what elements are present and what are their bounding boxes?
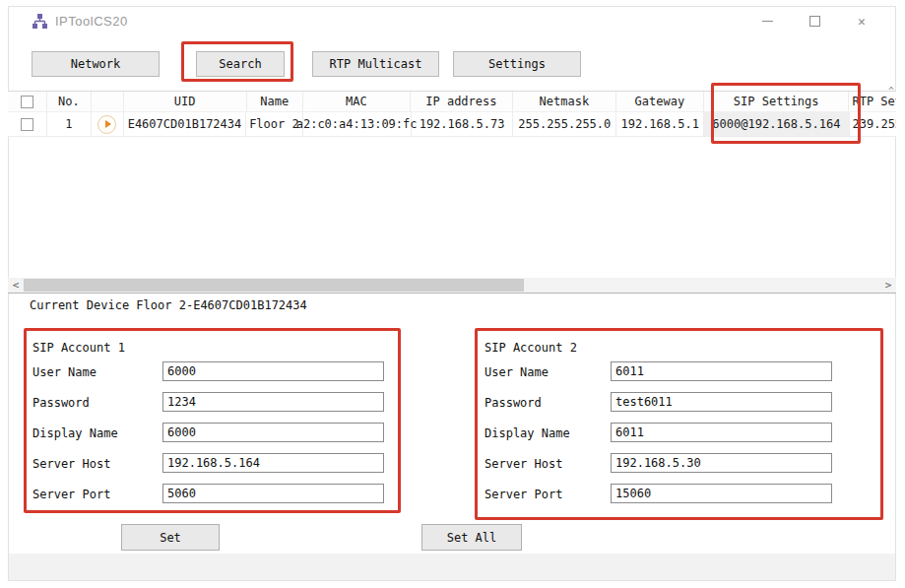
header-no: No. [47,92,93,111]
set-button[interactable]: Set [121,524,220,551]
rtp-multicast-button[interactable]: RTP Multicast [312,51,439,77]
maximize-icon [809,16,820,27]
cell-no: 1 [47,112,92,136]
cell-play [92,112,124,136]
header-ip-address: IP address [411,92,513,111]
play-icon [105,120,111,128]
acc1-server-host-input[interactable] [162,453,384,473]
header-checkbox-cell [8,92,47,111]
acc1-server-host-label: Server Host [32,457,110,471]
table-row[interactable]: 1 E4607CD01B172434 Floor 2 a2:c0:a4:13:0… [8,112,896,137]
acc2-display-name-label: Display Name [485,426,570,440]
cell-uid: E4607CD01B172434 [124,112,247,136]
header-netmask: Netmask [513,92,616,111]
acc2-server-host-label: Server Host [485,457,562,471]
play-button[interactable] [97,115,116,134]
cell-gateway: 192.168.5.1 [616,112,704,136]
acc1-server-port-label: Server Port [32,488,110,501]
header-sip-settings: SIP Settings [704,92,850,111]
header-play [92,92,124,111]
acc2-server-host-input[interactable] [611,453,832,473]
select-all-checkbox[interactable] [21,96,33,108]
acc2-password-label: Password [485,396,542,410]
acc2-user-name-input[interactable] [611,361,832,381]
header-uid: UID [124,92,247,111]
acc1-user-name-label: User Name [32,365,97,379]
row-checkbox-cell [8,112,47,136]
header-mac: MAC [303,92,411,111]
cell-sip-settings: 6000@192.168.5.164 [704,112,849,136]
scrollbar-thumb[interactable] [24,279,524,292]
acc2-user-name-label: User Name [485,365,549,379]
table-header-row: No. UID Name MAC IP address Netmask Gate… [8,92,896,112]
cell-ip-address: 192.168.5.73 [412,112,514,136]
app-logo-icon [32,13,47,29]
cell-netmask: 255.255.255.0 [513,112,616,136]
network-button[interactable]: Network [32,51,160,77]
status-strip [9,554,895,580]
acc2-display-name-input[interactable] [611,423,832,442]
scroll-right-icon[interactable]: > [880,278,896,293]
cell-name: Floor 2 [246,112,302,136]
acc1-display-name-input[interactable] [162,423,384,442]
cell-rtp-settings: 239.255.0. [850,112,896,136]
current-device-label: Current Device Floor 2-E4607CD01B172434 [30,298,307,312]
header-gateway: Gateway [616,92,704,111]
sip-account-1-title: SIP Account 1 [32,341,125,355]
maximize-button[interactable] [808,14,821,28]
acc1-password-label: Password [32,396,90,410]
acc2-server-port-label: Server Port [485,488,562,501]
window-title: IPToolCS20 [55,14,128,29]
app-window: IPToolCS20 ✕ Network Search RTP Multicas… [0,0,905,588]
minimize-button[interactable] [760,14,774,28]
search-button[interactable]: Search [196,51,285,77]
acc2-server-port-input[interactable] [611,484,832,503]
set-all-button[interactable]: Set All [421,524,522,551]
header-name: Name [247,92,303,111]
acc1-password-input[interactable] [162,392,384,412]
window-controls: ✕ [760,6,869,35]
acc1-display-name-label: Display Name [32,426,118,440]
close-button[interactable]: ✕ [855,14,869,28]
title-bar: IPToolCS20 ✕ [8,6,896,35]
row-checkbox[interactable] [21,118,33,131]
scroll-left-icon[interactable]: < [8,278,24,293]
settings-button[interactable]: Settings [453,51,581,77]
scroll-up-icon[interactable]: ^ [883,85,899,97]
acc1-server-port-input[interactable] [162,484,384,503]
acc1-user-name-input[interactable] [162,361,384,381]
cell-mac: a2:c0:a4:13:09:fc [303,112,412,136]
sip-account-2-title: SIP Account 2 [485,341,577,355]
acc2-password-input[interactable] [611,392,832,412]
horizontal-scrollbar[interactable]: < > [8,278,896,294]
minimize-icon [762,21,773,22]
